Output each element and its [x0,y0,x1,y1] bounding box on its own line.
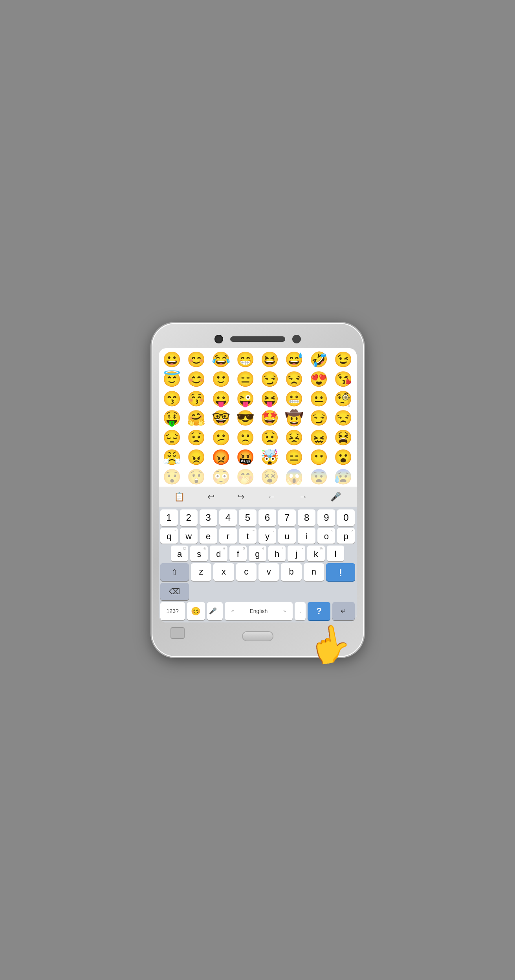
emoji-key[interactable]: 😊 [187,602,205,620]
emoji-astonished[interactable]: 😲 [185,468,208,487]
cursor-left-icon[interactable]: ← [264,490,279,504]
emoji-rage[interactable]: 😡 [209,448,233,467]
key-x[interactable]: x [213,563,234,581]
emoji-sunglasses[interactable]: 😎 [233,409,257,428]
shift-key[interactable]: ⇧ [160,563,189,581]
key-o[interactable]: <o [317,528,335,544]
emoji-unamused2[interactable]: 😒 [331,409,355,428]
emoji-confounded[interactable]: 😖 [307,429,330,447]
emoji-kissing-heart[interactable]: 😘 [331,370,355,389]
emoji-slightly-frowning[interactable]: 🙁 [233,429,257,447]
key-w[interactable]: w [180,528,198,544]
key-t[interactable]: ~t [239,528,257,544]
emoji-angry[interactable]: 😠 [185,448,208,467]
emoji-joy[interactable]: 😂 [209,350,233,369]
emoji-money-mouth[interactable]: 🤑 [160,409,184,428]
home-button[interactable] [242,631,273,641]
emoji-tired[interactable]: 😫 [331,429,355,447]
emoji-expressionless[interactable]: 😑 [233,370,257,389]
emoji-cowboy[interactable]: 🤠 [282,409,306,428]
num-switch-key[interactable]: 123? [160,602,185,620]
emoji-expressionless2[interactable]: 😑 [282,448,306,467]
key-n[interactable]: n [304,563,324,581]
emoji-slightly-smiling[interactable]: 🙂 [209,370,233,389]
emoji-rofl[interactable]: 🤣 [307,350,330,369]
key-y[interactable]: .y [258,528,276,544]
emoji-no-mouth[interactable]: 😶 [307,448,330,467]
key-u[interactable]: u [278,528,296,544]
emoji-wink2[interactable]: 😉 [331,350,355,369]
emoji-nerd[interactable]: 🤓 [209,409,233,428]
enter-key[interactable]: ↵ [332,602,355,620]
microphone-icon[interactable]: 🎤 [327,490,344,504]
key-7[interactable]: 7 [278,509,296,526]
key-p[interactable]: >p [337,528,355,544]
emoji-frowning[interactable]: 😟 [258,429,282,447]
key-e[interactable]: e [200,528,217,544]
delete-key[interactable]: ⌫ [160,583,189,600]
emoji-anxious[interactable]: 😰 [331,468,355,487]
emoji-kissing-smiling[interactable]: 😙 [160,390,184,409]
clipboard-icon[interactable]: 📋 [171,490,188,504]
emoji-cursing[interactable]: 🤬 [233,448,257,467]
key-3[interactable]: 3 [200,509,217,526]
emoji-open-mouth[interactable]: 😮 [331,448,355,467]
emoji-laughing[interactable]: 😆 [258,350,282,369]
space-key[interactable]: « English » [225,602,293,620]
cursor-right-icon[interactable]: → [296,490,311,504]
key-i[interactable]: i [298,528,315,544]
emoji-smirking[interactable]: 😏 [307,409,330,428]
period-key[interactable]: . [295,602,306,620]
emoji-flushed[interactable]: 😳 [209,468,233,487]
emoji-blush[interactable]: 😊 [185,370,208,389]
emoji-hugging[interactable]: 🤗 [185,409,208,428]
key-g[interactable]: €g [249,546,266,561]
emoji-grinning[interactable]: 😀 [160,350,184,369]
key-5[interactable]: 5 [239,509,257,526]
undo-icon[interactable]: ↩ [204,490,218,504]
emoji-worried[interactable]: 😟 [185,429,208,447]
emoji-monocle[interactable]: 🧐 [331,390,355,409]
key-z[interactable]: z [191,563,211,581]
emoji-smirk[interactable]: 😏 [258,370,282,389]
key-q[interactable]: *q [160,528,178,544]
key-d[interactable]: #d [210,546,227,561]
key-f[interactable]: $f [229,546,247,561]
emoji-star-struck[interactable]: 🤩 [258,409,282,428]
key-1[interactable]: 1 [160,509,178,526]
key-6[interactable]: 6 [258,509,276,526]
key-0[interactable]: 0 [337,509,355,526]
emoji-persevering[interactable]: 😣 [282,429,306,447]
key-v[interactable]: v [258,563,279,581]
emoji-neutral[interactable]: 😐 [307,390,330,409]
redo-icon[interactable]: ↪ [234,490,247,504]
emoji-pensive[interactable]: 😔 [160,429,184,447]
key-b[interactable]: b [281,563,301,581]
emoji-squinting-tongue[interactable]: 😝 [258,390,282,409]
key-s[interactable]: &s [190,546,208,561]
emoji-winking-tongue[interactable]: 😜 [233,390,257,409]
key-j[interactable]: -j [288,546,305,561]
emoji-sweat-smile[interactable]: 😅 [282,350,306,369]
emoji-heart-eyes[interactable]: 😍 [307,370,330,389]
emoji-fearful[interactable]: 😨 [307,468,330,487]
key-9[interactable]: 9 [317,509,335,526]
emoji-tongue[interactable]: 😛 [209,390,233,409]
exclaim-key[interactable]: ! [326,563,355,581]
key-2[interactable]: 2 [180,509,198,526]
key-a[interactable]: @a [171,546,189,561]
emoji-confused[interactable]: 😕 [209,429,233,447]
emoji-grimace[interactable]: 😬 [282,390,306,409]
question-key[interactable]: ? [308,602,330,620]
key-c[interactable]: c [236,563,257,581]
key-l[interactable]: =l [327,546,345,561]
key-4[interactable]: 4 [219,509,237,526]
key-k[interactable]: %k [307,546,325,561]
emoji-hushed[interactable]: 😯 [160,468,184,487]
emoji-dizzy[interactable]: 😵 [258,468,282,487]
emoji-kissing-closed[interactable]: 😚 [185,390,208,409]
emoji-exploding[interactable]: 🤯 [258,448,282,467]
emoji-smile[interactable]: 😊 [185,350,208,369]
emoji-unamused[interactable]: 😒 [282,370,306,389]
emoji-grin[interactable]: 😁 [233,350,257,369]
